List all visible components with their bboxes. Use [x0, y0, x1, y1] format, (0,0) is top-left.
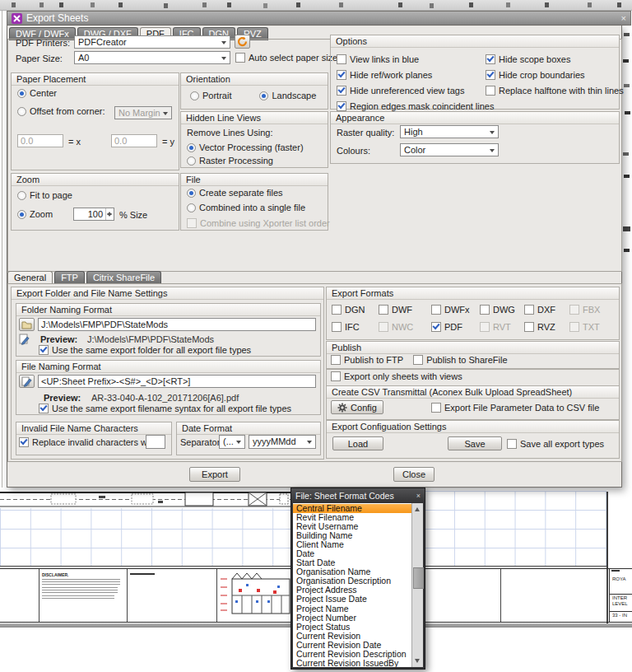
- scrollbar-thumb[interactable]: [413, 567, 424, 589]
- date-pattern-combo[interactable]: yyyyMMdd: [249, 435, 316, 449]
- export-sheets-dialog: DWF / DWFxDWG / DXFPDFIFCDGNRVZ PDF Prin…: [7, 26, 622, 488]
- option-checkbox[interactable]: Hide ref/work planes: [337, 70, 486, 80]
- format-code-item[interactable]: Date: [293, 549, 413, 558]
- format-code-item[interactable]: Start Date: [293, 558, 413, 567]
- format-code-item[interactable]: Current Revision IssuedBy: [293, 659, 413, 667]
- close-button[interactable]: Close: [393, 467, 434, 482]
- format-code-item[interactable]: Project Name: [293, 604, 413, 614]
- settings-tab[interactable]: General: [7, 271, 53, 284]
- group-title: Export Formats: [327, 287, 619, 300]
- same-syntax-checkbox[interactable]: Use the same export filename syntax for …: [39, 404, 291, 413]
- format-checkbox[interactable]: DWF: [379, 305, 431, 315]
- format-code-item[interactable]: Organisation Name: [293, 567, 413, 576]
- save-all-checkbox[interactable]: Save all export types: [507, 439, 604, 449]
- format-checkbox[interactable]: FBX: [569, 305, 606, 315]
- option-checkbox[interactable]: Hide unreferenced view tags: [337, 86, 486, 96]
- format-checkbox[interactable]: DWG: [480, 305, 524, 315]
- format-code-item[interactable]: Central Filename: [293, 504, 413, 513]
- export-only-checkbox[interactable]: Export only sheets with views: [331, 371, 462, 381]
- popup-scrollbar[interactable]: [411, 503, 423, 667]
- publish-checkbox[interactable]: Publish to ShareFile: [413, 355, 507, 365]
- same-folder-checkbox[interactable]: Use the same export folder for all expor…: [39, 345, 251, 355]
- folder-preview-value: J:\Models\FMP\PDF\StateMods: [87, 334, 214, 344]
- format-checkbox[interactable]: DWFx: [431, 305, 480, 315]
- zoom-percent-stepper[interactable]: 100: [73, 208, 114, 221]
- format-code-item[interactable]: Current Revision Date: [293, 641, 413, 650]
- settings-tab[interactable]: Citrix ShareFile: [86, 271, 161, 284]
- option-checkbox[interactable]: Replace halftone with thin lines: [486, 86, 624, 96]
- radio-option[interactable]: Offset from corner:: [17, 106, 105, 116]
- replacement-char-input[interactable]: [146, 435, 165, 449]
- csv-param-checkbox[interactable]: Export File Parameter Data to CSV file: [431, 403, 599, 413]
- format-checkbox[interactable]: RVT: [480, 322, 524, 332]
- paper-size-combo[interactable]: A0: [74, 51, 230, 64]
- browse-folder-button[interactable]: [19, 318, 35, 331]
- option-checkbox[interactable]: Hide scope boxes: [486, 54, 624, 64]
- format-code-item[interactable]: Project Issue Date: [293, 595, 413, 604]
- refresh-printers-button[interactable]: [235, 35, 250, 49]
- radio-option[interactable]: Combined into a single file: [187, 203, 305, 212]
- export-button[interactable]: Export: [189, 467, 240, 482]
- scroll-up-icon[interactable]: [412, 503, 423, 512]
- radio-option[interactable]: Raster Processing: [187, 156, 304, 166]
- config-button[interactable]: Config: [331, 400, 383, 414]
- format-code-item[interactable]: Project Status: [293, 623, 413, 632]
- format-checkbox[interactable]: DGN: [332, 305, 379, 315]
- radio-dot: [187, 203, 196, 212]
- colours-combo[interactable]: Color: [400, 143, 499, 156]
- radio-option[interactable]: Vector Processing (faster): [187, 142, 304, 152]
- titleblock-divider: [216, 569, 217, 622]
- folder-path-input[interactable]: J:\Models\FMP\PDF\StateMods: [38, 318, 316, 331]
- dialog-titlebar[interactable]: Export Sheets ×: [7, 11, 631, 26]
- radio-option[interactable]: Zoom: [17, 209, 72, 219]
- format-code-item[interactable]: Project Address: [293, 586, 413, 595]
- format-checkbox[interactable]: PDF: [431, 322, 480, 332]
- checkbox-label: Publish to FTP: [344, 355, 403, 365]
- radio-option[interactable]: Portrait: [190, 91, 231, 100]
- checkbox-label: Combine using Xporter list order: [200, 218, 330, 228]
- replace-invalid-checkbox[interactable]: Replace invalid characters with:: [19, 437, 160, 447]
- format-checkbox[interactable]: DXF: [524, 305, 569, 315]
- option-checkbox[interactable]: Hide crop boundaries: [486, 70, 624, 80]
- format-checkbox[interactable]: TXT: [569, 322, 606, 332]
- publish-checkbox[interactable]: Publish to FTP: [331, 355, 403, 365]
- option-checkbox[interactable]: Region edges mask coincident lines: [337, 101, 486, 111]
- close-icon[interactable]: ×: [621, 13, 626, 23]
- checkbox-label: Export only sheets with views: [344, 371, 462, 381]
- save-button[interactable]: Save: [448, 436, 502, 450]
- load-button[interactable]: Load: [332, 436, 383, 450]
- format-code-item[interactable]: Revit Filename: [293, 513, 413, 522]
- offset-y-input: 0.0: [111, 134, 157, 147]
- radio-option[interactable]: Create separate files: [187, 188, 305, 198]
- format-code-item[interactable]: Revit Username: [293, 522, 413, 531]
- auto-select-paper-checkbox[interactable]: Auto select paper size: [235, 53, 337, 63]
- format-code-item[interactable]: Client Name: [293, 540, 413, 549]
- format-code-item[interactable]: Project Number: [293, 614, 413, 623]
- format-code-item[interactable]: Building Name: [293, 531, 413, 540]
- scroll-down-icon[interactable]: [412, 658, 423, 667]
- radio-option[interactable]: Fit to page: [17, 190, 72, 200]
- format-checkbox[interactable]: NWC: [379, 322, 431, 332]
- settings-tab[interactable]: FTP: [54, 271, 85, 284]
- folder-preview-label: Preview:: [40, 334, 77, 344]
- margin-combo: No Margin: [114, 106, 172, 119]
- popup-titlebar[interactable]: File: Sheet Format Codes ×: [291, 488, 425, 502]
- format-checkbox[interactable]: RVZ: [524, 322, 569, 332]
- edit-syntax-button[interactable]: [19, 375, 35, 388]
- raster-quality-combo[interactable]: High: [400, 125, 499, 138]
- format-code-item[interactable]: Current Revision: [293, 632, 413, 641]
- radio-option[interactable]: Center: [17, 88, 105, 98]
- filename-preview-label: Preview:: [44, 393, 81, 403]
- separator-combo[interactable]: (...: [219, 435, 245, 449]
- pdf-printer-combo[interactable]: PDFCreator: [74, 35, 230, 49]
- format-checkbox[interactable]: IFC: [332, 322, 379, 332]
- checkbox-box: [431, 403, 441, 413]
- option-checkbox[interactable]: View links in blue: [337, 54, 486, 64]
- spin-down-icon[interactable]: [106, 214, 114, 220]
- filename-syntax-input[interactable]: <UP:Sheet Prefix>-<S#>_<D>[<RT>]: [38, 375, 316, 388]
- format-code-item[interactable]: Organisation Description: [293, 576, 413, 586]
- spinner-arrows[interactable]: [105, 208, 114, 220]
- format-code-item[interactable]: Current Revision Description: [293, 650, 413, 659]
- popup-close-icon[interactable]: ×: [416, 492, 421, 500]
- radio-option[interactable]: Landscape: [259, 91, 316, 100]
